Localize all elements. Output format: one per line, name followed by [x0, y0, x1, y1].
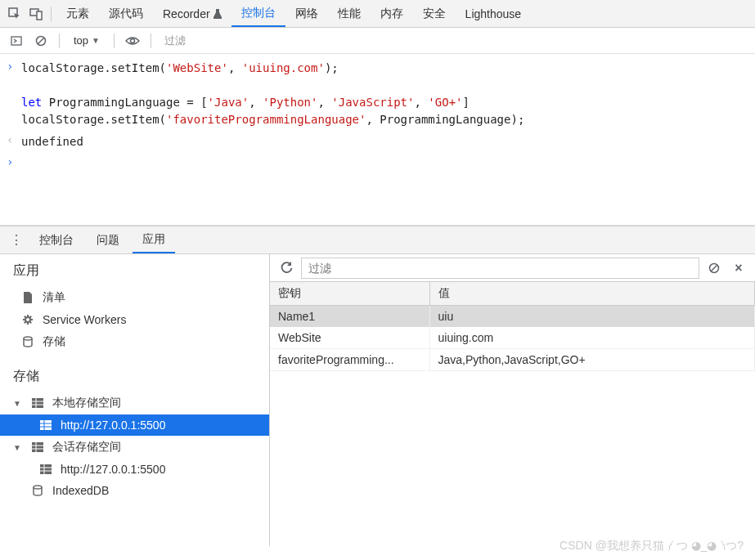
tab-recorder-label: Recorder	[163, 7, 210, 20]
sidebar-item-manifest[interactable]: 清单	[0, 286, 269, 309]
device-toggle-icon[interactable]	[26, 4, 46, 24]
refresh-icon[interactable]	[276, 258, 296, 278]
console-input-line[interactable]: › localStorage.setItem('WebSite', 'uiuin…	[0, 57, 755, 131]
drawer-body: 应用 清单 Service Workers 存储 存储 ▼ 本地存储空间	[0, 254, 755, 546]
separator	[59, 34, 60, 48]
storage-table: 密钥 值 Name1 uiu WebSite uiuing.com favori…	[270, 282, 755, 371]
live-expression-icon[interactable]	[123, 31, 142, 51]
col-key[interactable]: 密钥	[270, 282, 429, 306]
label: http://127.0.0.1:5500	[61, 463, 165, 476]
scope-label: top	[74, 34, 88, 47]
console-output: › localStorage.setItem('WebSite', 'uiuin…	[0, 54, 755, 226]
tab-elements[interactable]: 元素	[56, 2, 99, 26]
result-icon: ‹	[7, 133, 21, 146]
label: 本地存储空间	[52, 396, 121, 410]
drawer-tab-application[interactable]: 应用	[133, 227, 175, 253]
tab-console[interactable]: 控制台	[231, 1, 285, 27]
tab-sources[interactable]: 源代码	[99, 2, 153, 26]
svg-rect-9	[32, 398, 43, 408]
prompt-icon: ›	[7, 155, 21, 168]
cell-value: uiu	[429, 306, 755, 328]
tab-recorder[interactable]: Recorder	[153, 2, 231, 25]
prompt-icon: ›	[7, 60, 21, 73]
storage-grid-icon	[31, 398, 44, 408]
cell-value: uiuing.com	[429, 327, 755, 349]
console-result-line: ‹ undefined	[0, 131, 755, 153]
console-prompt-empty[interactable]: ›	[0, 153, 755, 171]
label: http://127.0.0.1:5500	[61, 419, 165, 432]
cell-key: Name1	[270, 306, 429, 328]
svg-rect-2	[37, 11, 42, 20]
sidebar-item-indexeddb[interactable]: IndexedDB	[0, 480, 269, 501]
sidebar-item-service-workers[interactable]: Service Workers	[0, 309, 269, 330]
storage-grid-icon	[39, 420, 52, 430]
col-value[interactable]: 值	[429, 282, 755, 306]
svg-point-6	[130, 38, 134, 43]
console-sidebar-toggle-icon[interactable]	[7, 31, 26, 51]
console-filter-input[interactable]	[160, 31, 748, 50]
svg-line-5	[38, 38, 44, 44]
main-tab-group: 元素 源代码 Recorder 控制台 网络 性能 内存 安全 Lighthou…	[56, 0, 531, 27]
tab-performance[interactable]: 性能	[328, 2, 371, 26]
separator	[151, 34, 151, 48]
file-icon	[21, 292, 34, 303]
cell-key: WebSite	[270, 327, 429, 349]
drawer-tab-console[interactable]: 控制台	[29, 228, 83, 253]
section-application: 应用	[0, 254, 269, 286]
watermark: CSDN @我想养只猫 ༼ つ ◕_◕ ༽つ?	[560, 539, 744, 553]
separator	[114, 34, 115, 48]
devtools-main-toolbar: 元素 源代码 Recorder 控制台 网络 性能 内存 安全 Lighthou…	[0, 0, 755, 28]
sidebar-item-session-storage[interactable]: ▼ 会话存储空间	[0, 436, 269, 459]
tab-security[interactable]: 安全	[413, 2, 456, 26]
gear-icon	[21, 314, 34, 325]
sidebar-item-local-storage[interactable]: ▼ 本地存储空间	[0, 392, 269, 414]
svg-rect-21	[40, 464, 52, 474]
label: 会话存储空间	[52, 440, 121, 455]
svg-point-7	[25, 317, 30, 322]
console-toolbar: top ▼	[0, 28, 755, 54]
application-sidebar: 应用 清单 Service Workers 存储 存储 ▼ 本地存储空间	[0, 254, 270, 546]
sidebar-item-session-origin[interactable]: http://127.0.0.1:5500	[0, 459, 269, 480]
separator	[51, 7, 52, 21]
label: 清单	[43, 290, 65, 305]
chevron-down-icon: ▼	[92, 36, 100, 45]
storage-filter-input[interactable]	[301, 258, 699, 279]
drawer: ⋮ 控制台 问题 应用 应用 清单 Service Workers 存储 存储 …	[0, 226, 755, 546]
clear-all-icon[interactable]	[704, 258, 724, 278]
delete-entry-icon[interactable]: ×	[729, 258, 748, 278]
chevron-down-icon: ▼	[13, 443, 23, 452]
svg-rect-17	[32, 442, 43, 452]
tab-memory[interactable]: 内存	[371, 2, 413, 26]
cell-value: Java,Python,JavaScript,GO+	[429, 349, 755, 371]
chevron-down-icon: ▼	[13, 399, 23, 408]
svg-point-25	[34, 486, 42, 489]
label: 存储	[43, 334, 65, 349]
execution-context-selector[interactable]: top ▼	[68, 32, 106, 49]
storage-grid-icon	[31, 442, 44, 452]
table-row[interactable]: favoriteProgramming... Java,Python,JavaS…	[270, 349, 755, 371]
svg-point-8	[24, 337, 32, 340]
drawer-menu-icon[interactable]: ⋮	[7, 231, 26, 250]
drawer-tab-issues[interactable]: 问题	[87, 228, 129, 253]
database-icon	[21, 336, 34, 347]
beaker-icon	[213, 9, 222, 19]
clear-console-icon[interactable]	[31, 31, 51, 51]
database-icon	[31, 485, 44, 496]
table-row[interactable]: Name1 uiu	[270, 306, 755, 328]
inspect-icon[interactable]	[5, 4, 25, 24]
label: IndexedDB	[52, 484, 109, 497]
tab-network[interactable]: 网络	[285, 2, 328, 26]
tab-lighthouse[interactable]: Lighthouse	[456, 2, 532, 25]
cell-key: favoriteProgramming...	[270, 349, 429, 371]
sidebar-item-local-origin[interactable]: http://127.0.0.1:5500	[0, 414, 269, 436]
sidebar-item-storage-overview[interactable]: 存储	[0, 330, 269, 353]
section-storage: 存储	[0, 353, 269, 392]
svg-rect-13	[40, 420, 52, 430]
storage-toolbar: ×	[270, 254, 755, 282]
storage-grid-icon	[39, 464, 52, 474]
storage-panel: × 密钥 值 Name1 uiu WebSite uiuing.	[270, 254, 755, 546]
svg-line-27	[711, 265, 717, 271]
label: Service Workers	[43, 313, 126, 326]
drawer-tabs: ⋮ 控制台 问题 应用	[0, 226, 755, 254]
table-row[interactable]: WebSite uiuing.com	[270, 327, 755, 349]
